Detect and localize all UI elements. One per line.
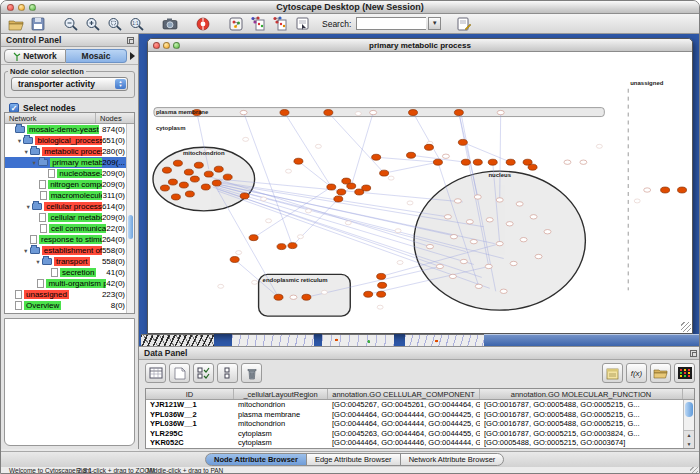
network-node-faint[interactable] [252,280,258,284]
background-window-sliver[interactable] [405,334,484,346]
network-node-selected-color[interactable] [185,191,194,197]
column-header-region[interactable]: _cellularLayoutRegion [234,389,328,399]
network-node[interactable] [370,110,377,114]
table-row[interactable]: YKR052Ccytoplasm[GO:0044464, GO:0044446,… [146,438,694,448]
zoom-fit-icon[interactable]: 1:1 [127,15,147,32]
network-node-selected-color[interactable] [190,176,199,182]
network-node[interactable] [475,284,482,288]
network-node-faint[interactable] [261,197,267,201]
tree-row-biological-process[interactable]: ▼biological_process651(0) [5,135,134,146]
frame-resize-grip[interactable] [681,322,691,332]
network-node[interactable] [510,261,517,265]
network-node-selected-color[interactable] [334,196,343,202]
network-node-faint[interactable] [297,235,303,239]
table-row[interactable]: YPL036W__1mitochondrion[GO:0044464, GO:0… [146,419,694,429]
network-node-selected-color[interactable] [230,257,239,263]
network-node-selected-color[interactable] [461,159,470,165]
network-canvas[interactable]: plasma membranecytoplasmmitochondrionnuc… [149,52,691,332]
window-titlebar[interactable]: Cytoscape Desktop (New Session) [1,1,699,14]
table-row[interactable]: YDR039C__1mitochondrion[GO:0044464, GO:0… [146,448,694,450]
network-node-selected-color[interactable] [277,244,286,250]
copy-network-icon[interactable] [248,15,268,32]
network-node[interactable] [460,259,467,263]
delete-attribute-button[interactable] [241,363,262,383]
network-node-faint[interactable] [388,176,394,180]
network-node-selected-color[interactable] [280,110,289,116]
network-node-selected-color[interactable] [204,171,213,177]
network-node-selected-color[interactable] [407,152,416,158]
table-scrollbar-thumb[interactable] [685,402,693,417]
tree-row-primary-metabo[interactable]: ▼primary metabo209(... [5,157,134,168]
network-node[interactable] [497,110,504,114]
tree-row-mosaic-demo-yeast[interactable]: mosaic-demo-yeast874(0) [5,124,134,135]
network-node[interactable] [290,295,297,299]
save-session-icon[interactable] [28,15,48,32]
float-data-panel-icon[interactable] [690,350,697,357]
network-node[interactable] [496,241,503,245]
disclosure-triangle-icon[interactable]: ▼ [22,248,30,254]
tree-row-metabolic-process[interactable]: ▼metabolic process280(0) [5,146,134,157]
tab-overflow-icon[interactable] [130,52,135,60]
network-node-selected-color[interactable] [454,110,463,116]
tree-row-response-to-stimulu[interactable]: response to stimulu264(0) [5,234,134,245]
network-node[interactable] [580,160,587,164]
network-node-selected-color[interactable] [160,185,169,191]
network-node[interactable] [442,154,449,158]
background-window-sliver[interactable] [322,334,394,346]
network-node-selected-color[interactable] [377,273,386,279]
network-node-selected-color[interactable] [171,194,180,200]
float-panel-icon[interactable] [127,37,134,44]
network-node[interactable] [644,188,651,192]
search-input[interactable] [356,17,426,30]
column-header-cellular-component[interactable]: annotation.GO CELLULAR_COMPONENT [328,389,480,399]
network-node[interactable] [496,198,503,202]
window-resize-grip[interactable] [690,467,698,474]
tab-network-attribute-browser[interactable]: Network Attribute Browser [400,453,505,466]
network-overview-icon[interactable] [226,15,246,32]
scroll-up-icon[interactable]: ▲ [684,431,694,440]
network-node[interactable] [486,218,493,222]
minimize-button[interactable] [18,4,25,11]
tree-scrollbar[interactable] [126,124,134,313]
help-icon[interactable] [193,15,213,32]
network-node[interactable] [500,289,507,293]
network-node-faint[interactable] [355,112,361,116]
network-node-selected-color[interactable] [409,110,418,116]
zoom-window-button[interactable] [29,4,36,11]
tree-row-macromolecule[interactable]: macromolecule311(0) [5,190,134,201]
network-node-selected-color[interactable] [458,139,467,145]
network-node-selected-color[interactable] [194,162,203,168]
annotation-icon[interactable] [454,15,474,32]
network-node-selected-color[interactable] [184,169,193,175]
network-node[interactable] [544,230,551,234]
network-node[interactable] [454,199,461,203]
table-scrollbar[interactable]: ▲▼ [683,400,694,448]
zoom-selected-icon[interactable] [105,15,125,32]
select-all-attributes-button[interactable] [193,363,214,383]
network-node-selected-color[interactable] [372,154,381,160]
background-window-titlebar-sliver[interactable] [484,334,700,346]
network-node-faint[interactable] [345,221,351,225]
network-node-selected-color[interactable] [294,158,303,164]
attribute-editor-button[interactable] [602,363,623,383]
network-node-selected-color[interactable] [212,180,221,186]
zoom-out-icon[interactable] [61,15,81,32]
network-node-selected-color[interactable] [327,184,336,190]
network-node-faint[interactable] [395,229,401,233]
network-node-selected-color[interactable] [342,178,351,184]
network-node-selected-color[interactable] [380,170,389,176]
network-frame-titlebar[interactable]: primary metabolic process [148,39,692,52]
snapshot-icon[interactable] [160,15,180,32]
network-node-selected-color[interactable] [302,294,311,300]
zoom-in-icon[interactable] [83,15,103,32]
network-node-selected-color[interactable] [678,187,687,193]
network-node[interactable] [530,215,537,219]
attribute-matrix-button[interactable] [674,363,695,383]
network-node-selected-color[interactable] [424,144,433,150]
network-node[interactable] [436,264,443,268]
network-node[interactable] [516,202,523,206]
network-node[interactable] [535,254,542,258]
network-node-selected-color[interactable] [433,159,442,165]
network-node-selected-color[interactable] [337,189,346,195]
background-window-sliver[interactable] [141,334,214,346]
